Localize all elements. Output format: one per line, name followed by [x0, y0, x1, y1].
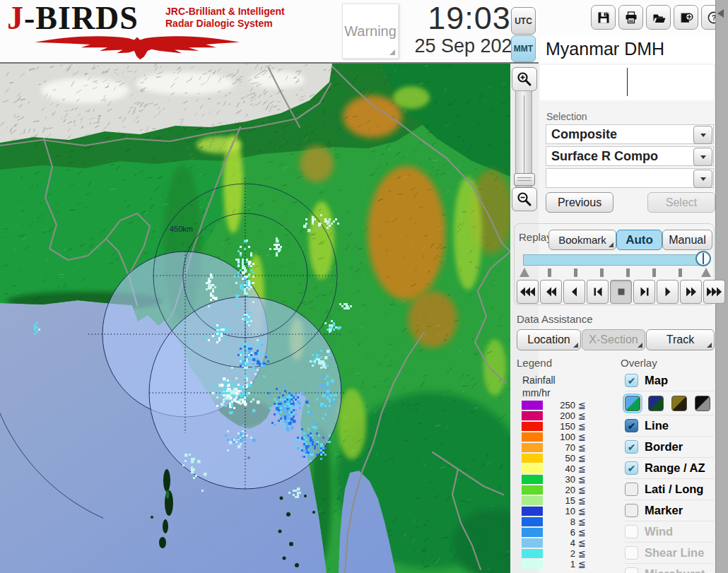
warning-button[interactable]: Warning [342, 4, 399, 59]
composite-dropdown[interactable]: Composite [546, 124, 714, 144]
overlay-item-wind[interactable]: Wind [625, 521, 714, 542]
legend-row: 15≦ [522, 495, 586, 506]
legend-swatch [522, 496, 543, 505]
step-forward-button[interactable] [633, 280, 655, 304]
collapse-panel-icon[interactable] [717, 9, 724, 18]
zoom-slider-thumb[interactable] [514, 173, 535, 186]
legend-unit: mm/hr [522, 387, 551, 398]
fastest-forward-button[interactable] [703, 280, 725, 304]
bookmark-button[interactable]: Bookmark [548, 230, 616, 250]
legend-suffix: ≦ [578, 400, 586, 410]
play-button[interactable] [657, 280, 679, 304]
checkbox[interactable] [625, 567, 638, 573]
previous-button[interactable]: Previous [546, 192, 613, 213]
legend-swatch [522, 401, 543, 410]
add-image-icon [679, 11, 693, 25]
fast-rewind-button[interactable] [517, 280, 539, 304]
slider-tick [600, 268, 604, 277]
checkbox[interactable]: ✔ [625, 374, 638, 387]
zoom-out-icon [516, 191, 533, 208]
legend-row: 8≦ [522, 516, 586, 527]
checkbox[interactable] [625, 504, 638, 517]
legend-value: 70 [543, 442, 575, 453]
legend-row: 2≦ [522, 548, 586, 559]
mmt-button[interactable]: MMT [511, 35, 536, 62]
fast-forward-button[interactable] [680, 280, 702, 304]
dropdown-value: Surface R Compo [551, 147, 658, 165]
zoom-in-icon [516, 71, 533, 88]
track-button[interactable]: Track [646, 329, 715, 350]
legend-row: 10≦ [522, 506, 586, 516]
legend-swatch [522, 538, 543, 548]
play-icon [659, 286, 676, 297]
toolbar: ? [591, 5, 726, 30]
logo-title: J-BIRDS [7, 1, 139, 35]
zoom-in-button[interactable] [512, 67, 537, 91]
map-style-swatch-1[interactable] [648, 396, 664, 411]
x-section-button[interactable]: X-Section [582, 329, 645, 350]
checkbox[interactable] [625, 483, 638, 496]
location-button[interactable]: Location [517, 329, 581, 350]
overlay-item-border[interactable]: ✔Border [625, 436, 714, 457]
site-title: Myanmar DMH [540, 35, 714, 62]
checkbox[interactable] [625, 525, 638, 538]
auto-button[interactable]: Auto [616, 230, 662, 250]
step-back-icon [589, 286, 606, 297]
replay-slider-track[interactable] [523, 254, 701, 266]
overlay-item-range-az[interactable]: ✔Range / AZ [625, 457, 714, 478]
map-style-swatch-2[interactable] [671, 396, 687, 411]
checkbox[interactable]: ✔ [625, 440, 638, 454]
print-button[interactable] [618, 5, 643, 30]
map-style-swatch-3[interactable] [695, 396, 710, 411]
open-button[interactable] [646, 5, 671, 30]
legend-row: 6≦ [522, 527, 586, 538]
checkbox[interactable]: ✔ [625, 461, 638, 475]
radar-map[interactable]: 450km [0, 64, 510, 573]
rewind-icon [543, 286, 560, 297]
legend-row: 70≦ [522, 442, 586, 453]
legend-value: 30 [543, 474, 575, 485]
slider-tick [679, 268, 682, 277]
legend-swatch [522, 517, 543, 526]
legend-row: 20≦ [522, 485, 586, 495]
legend-row: 30≦ [522, 474, 586, 485]
select-button[interactable]: Select [647, 192, 715, 213]
overlay-item-shear-line[interactable]: Shear Line [625, 542, 714, 563]
stop-button[interactable] [610, 280, 632, 304]
fastest-forward-icon [706, 286, 723, 297]
legend-suffix: ≦ [578, 410, 586, 421]
zoom-out-button[interactable] [512, 187, 537, 211]
legend-swatch [522, 454, 543, 463]
replay-slider-thumb[interactable] [695, 251, 711, 266]
manual-button[interactable]: Manual [662, 230, 712, 250]
save-button[interactable] [591, 5, 616, 30]
legend-value: 100 [543, 432, 575, 442]
step-back-button[interactable] [587, 280, 609, 304]
overlay-item-label: Lati / Long [645, 483, 703, 496]
chevron-down-icon[interactable] [693, 170, 712, 188]
save-icon [597, 11, 611, 25]
slider-end-marker [701, 268, 711, 277]
legend-value: 50 [543, 453, 575, 463]
overlay-item-lati-long[interactable]: Lati / Long [625, 478, 714, 500]
checkbox[interactable] [625, 546, 638, 560]
empty-dropdown[interactable] [546, 168, 714, 188]
chevron-down-icon[interactable] [693, 148, 712, 166]
legend-suffix: ≦ [578, 548, 586, 559]
map-style-swatch-0[interactable] [625, 396, 640, 411]
overlay-item-marker[interactable]: Marker [625, 500, 714, 521]
add-image-button[interactable] [674, 5, 698, 30]
rewind-button[interactable] [540, 280, 562, 304]
slider-tick [574, 268, 577, 277]
product-dropdown[interactable]: Surface R Compo [546, 146, 714, 166]
overlay-item-map[interactable]: ✔Map [625, 370, 714, 391]
overlay-item-microburst[interactable]: Microburst [625, 563, 714, 573]
overlay-item-label: Marker [645, 504, 683, 517]
utc-button[interactable]: UTC [511, 7, 536, 35]
step-forward-icon [636, 286, 653, 297]
checkbox[interactable]: ✔ [625, 419, 638, 432]
open-icon [652, 11, 666, 25]
play-reverse-button[interactable] [563, 280, 585, 304]
chevron-down-icon[interactable] [693, 126, 712, 144]
overlay-item-line[interactable]: ✔Line [625, 415, 714, 436]
